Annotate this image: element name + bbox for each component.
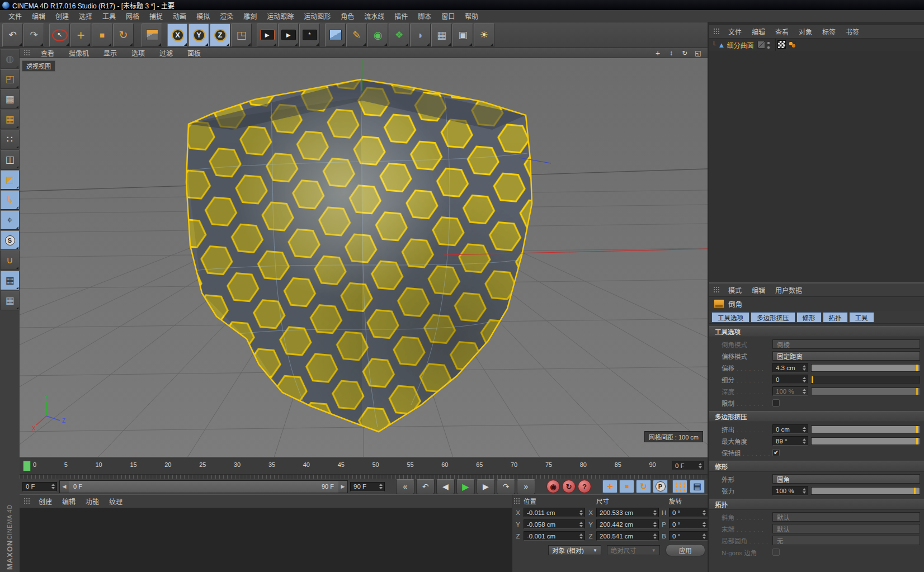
外形-dropdown[interactable]: 圆角 — [772, 474, 920, 484]
rotation-H-field[interactable]: 0 ° — [669, 508, 708, 517]
previous-key-icon[interactable]: ↶ — [416, 479, 435, 494]
menu-item-面板[interactable]: 面板 — [180, 47, 208, 59]
add-light-icon[interactable]: ☀ — [474, 23, 494, 47]
lock-x-axis-icon[interactable]: X — [167, 23, 188, 47]
visibility-dots-icon[interactable] — [767, 41, 770, 49]
section-header-修形[interactable]: 修形 — [709, 461, 924, 472]
slider-knob[interactable] — [916, 438, 918, 445]
slider-knob[interactable] — [914, 488, 916, 494]
next-key-icon[interactable]: ↷ — [497, 479, 515, 494]
previous-frame-icon[interactable]: ◀ — [436, 479, 455, 494]
menu-item-角色[interactable]: 角色 — [336, 10, 359, 22]
stepper-icon[interactable] — [578, 532, 583, 540]
add-camera-icon[interactable]: ▣ — [452, 23, 473, 47]
menu-item-动画[interactable]: 动画 — [168, 10, 191, 22]
menu-item-标签[interactable]: 标签 — [817, 25, 841, 38]
render-settings-icon[interactable]: * — [299, 23, 320, 47]
autokeying-icon[interactable]: ↻ — [562, 480, 576, 493]
view-label[interactable]: 透视视图 — [22, 60, 55, 72]
深度-slider[interactable] — [811, 387, 920, 395]
menu-item-创建[interactable]: 创建 — [34, 495, 57, 508]
panel-grip[interactable] — [23, 498, 31, 505]
workplane-mode-icon[interactable]: ▦ — [0, 110, 20, 129]
section-header-多边形挤压[interactable]: 多边形挤压 — [709, 411, 924, 422]
rotation-B-field[interactable]: 0 ° — [669, 531, 708, 541]
slider-knob[interactable] — [916, 388, 918, 395]
recent-tool-bevel-icon[interactable] — [142, 23, 162, 47]
add-array-icon[interactable]: ❖ — [389, 23, 409, 47]
position-X-field[interactable]: -0.011 cm — [524, 508, 585, 517]
stepper-icon[interactable] — [802, 387, 807, 395]
section-header-拓扑[interactable]: 拓扑 — [709, 499, 924, 510]
record-rotation-icon[interactable]: ↻ — [636, 480, 651, 493]
menu-item-窗口[interactable]: 窗口 — [436, 10, 460, 22]
偏移模式-dropdown[interactable]: 固定距离 — [772, 351, 920, 361]
go-to-start-icon[interactable]: « — [396, 479, 414, 494]
undo-icon[interactable]: ↶ — [2, 23, 23, 47]
record-parameter-icon[interactable]: P — [653, 480, 668, 493]
挤出-slider[interactable] — [811, 426, 920, 433]
挤出-field[interactable]: 0 cm — [772, 424, 808, 434]
current-frame-field[interactable]: 0 F — [672, 461, 704, 470]
range-right-arrow-icon[interactable]: ▶ — [338, 481, 347, 493]
enable-snap-icon[interactable]: ∪ — [0, 250, 20, 270]
record-position-icon[interactable]: + — [602, 480, 617, 493]
stepper-icon[interactable] — [802, 376, 807, 384]
menu-item-显示[interactable]: 显示 — [96, 47, 124, 59]
stepper-icon[interactable] — [652, 509, 657, 517]
size-Y-field[interactable]: 200.442 cm — [596, 519, 659, 529]
object-manager-body[interactable] — [709, 51, 924, 282]
lock-workplane-icon[interactable]: ▦ — [0, 291, 20, 310]
细分-slider[interactable] — [811, 376, 920, 384]
menu-item-模式[interactable]: 模式 — [723, 283, 747, 296]
tab-修形[interactable]: 修形 — [796, 312, 822, 323]
stepper-icon[interactable] — [697, 462, 703, 470]
tab-拓扑[interactable]: 拓扑 — [823, 312, 848, 323]
range-left-arrow-icon[interactable]: ◀ — [60, 481, 69, 493]
stepper-icon[interactable] — [652, 532, 657, 540]
menu-item-选择[interactable]: 选择 — [74, 10, 97, 22]
menu-item-纹理[interactable]: 纹理 — [104, 495, 128, 508]
workplane-snap-icon[interactable]: ▦ — [0, 271, 20, 290]
menu-item-帮助[interactable]: 帮助 — [460, 10, 483, 22]
points-mode-icon[interactable]: ∷ — [0, 130, 20, 149]
make-editable-icon[interactable]: ◍ — [0, 49, 20, 69]
menu-item-网格[interactable]: 网格 — [121, 10, 144, 22]
timeline-window-icon[interactable]: ▤ — [690, 480, 705, 493]
menu-item-雕刻[interactable]: 雕刻 — [238, 10, 262, 22]
stepper-icon[interactable] — [701, 509, 706, 517]
add-spline-icon[interactable]: ✎ — [346, 23, 367, 47]
next-frame-icon[interactable]: ▶ — [477, 479, 495, 494]
tab-工具[interactable]: 工具 — [849, 312, 874, 323]
stepper-icon[interactable] — [578, 521, 583, 528]
zoom-view-icon[interactable]: ↕ — [665, 49, 677, 57]
lock-y-axis-icon[interactable]: Y — [188, 23, 209, 47]
coordinate-system-icon[interactable]: ◳ — [231, 23, 252, 47]
phong-tag-icon[interactable] — [788, 41, 796, 48]
playhead[interactable] — [23, 461, 31, 471]
position-Z-field[interactable]: -0.001 cm — [524, 531, 585, 541]
menu-item-插件[interactable]: 插件 — [389, 10, 413, 22]
menu-item-查看[interactable]: 查看 — [770, 25, 794, 38]
menu-item-编辑[interactable]: 编辑 — [747, 25, 770, 38]
menu-item-脚本[interactable]: 脚本 — [413, 10, 436, 22]
record-keyframe-icon[interactable]: ◉ — [546, 480, 560, 493]
coord-mode-dropdown[interactable]: 对象 (相对)▼ — [548, 545, 601, 555]
snap-settings-icon[interactable]: S — [0, 230, 20, 250]
tab-多边形挤压[interactable]: 多边形挤压 — [751, 312, 795, 323]
add-floor-icon[interactable]: ▦ — [431, 23, 452, 47]
frame-range-slider[interactable]: ◀ 0 F 90 F ▶ — [59, 480, 348, 493]
menu-item-捕捉[interactable]: 捕捉 — [144, 10, 168, 22]
object-name[interactable]: 细分曲面 — [727, 40, 753, 50]
live-selection-icon[interactable]: ↖ — [49, 23, 70, 47]
layer-box-icon[interactable] — [757, 41, 765, 49]
rotate-view-icon[interactable]: ↻ — [678, 49, 691, 57]
tab-工具选项[interactable]: 工具选项 — [711, 312, 749, 323]
stepper-icon[interactable] — [802, 426, 807, 433]
go-to-end-icon[interactable]: » — [517, 479, 535, 494]
size-Z-field[interactable]: 200.541 cm — [596, 531, 659, 541]
倒角模式-dropdown[interactable]: 倒棱 — [772, 339, 920, 349]
object-row[interactable]: └ ▲ 细分曲面 — [709, 39, 924, 51]
menu-item-对象[interactable]: 对象 — [794, 25, 817, 38]
size-X-field[interactable]: 200.533 cm — [596, 508, 659, 517]
